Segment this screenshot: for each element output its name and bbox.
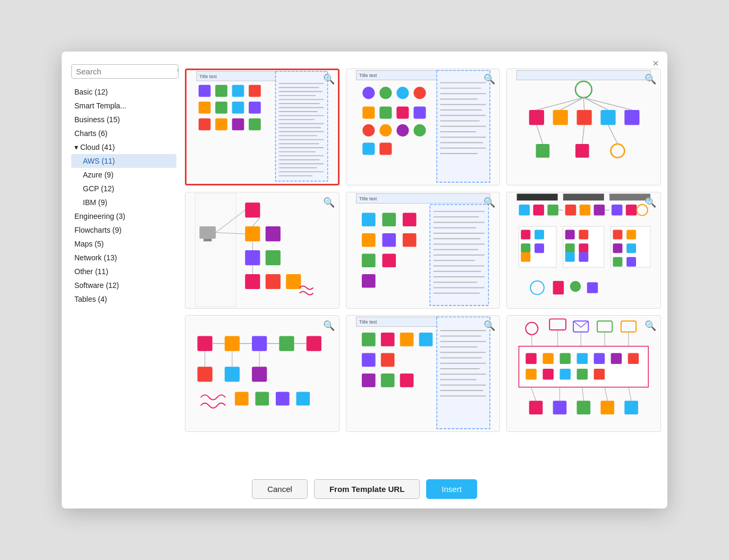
svg-line-101 (252, 217, 260, 226)
svg-rect-91 (245, 202, 260, 217)
svg-rect-170 (198, 336, 213, 351)
svg-rect-108 (382, 213, 396, 226)
svg-point-50 (362, 124, 375, 137)
svg-rect-153 (565, 230, 575, 240)
svg-line-81 (584, 98, 632, 110)
svg-rect-70 (517, 71, 650, 80)
svg-rect-112 (403, 233, 417, 247)
svg-rect-240 (601, 401, 615, 414)
svg-line-242 (531, 387, 536, 401)
svg-rect-74 (577, 110, 592, 125)
zoom-icon[interactable]: 🔍 (645, 320, 656, 332)
svg-rect-136 (533, 205, 545, 216)
sidebar-item-business[interactable]: Business (15) (71, 113, 176, 126)
svg-rect-133 (563, 194, 604, 201)
svg-rect-140 (594, 205, 605, 216)
zoom-icon[interactable]: 🔍 (645, 197, 656, 208)
svg-rect-174 (252, 336, 267, 351)
sidebar-item-software[interactable]: Software (12) (71, 278, 176, 292)
sidebar-item-flowcharts[interactable]: Flowcharts (9) (71, 223, 176, 237)
svg-rect-198 (362, 374, 376, 387)
svg-rect-200 (400, 374, 413, 387)
svg-rect-6 (249, 85, 261, 97)
sidebar-item-aws[interactable]: AWS (11) (71, 154, 176, 168)
zoom-icon[interactable]: 🔍 (323, 320, 335, 332)
svg-line-244 (582, 387, 584, 401)
svg-rect-114 (382, 253, 396, 267)
templates-grid: 🔍 Title text (183, 64, 663, 440)
svg-rect-224 (519, 346, 649, 387)
zoom-icon[interactable]: 🔍 (484, 320, 495, 332)
template-card[interactable]: 🔍 (185, 315, 340, 432)
svg-rect-237 (529, 401, 543, 414)
sidebar-item-cloud[interactable]: ▾ Cloud (41) (71, 140, 176, 154)
template-card[interactable]: 🔍 (185, 192, 340, 309)
svg-rect-137 (548, 205, 559, 216)
svg-rect-94 (245, 250, 260, 265)
svg-rect-241 (625, 401, 639, 414)
sidebar-item-engineering[interactable]: Engineering (3) (71, 209, 176, 223)
svg-line-78 (561, 98, 584, 110)
sidebar-item-basic[interactable]: Basic (12) (71, 85, 176, 99)
svg-rect-225 (526, 353, 537, 364)
svg-rect-180 (225, 367, 240, 381)
svg-rect-196 (362, 353, 376, 367)
dialog-body: 🔍 Basic (12)Smart Templa...Business (15)… (62, 52, 667, 472)
sidebar-item-ibm[interactable]: IBM (9) (71, 196, 176, 209)
zoom-icon[interactable]: 🔍 (323, 197, 335, 208)
svg-rect-188 (296, 392, 310, 406)
template-card[interactable]: 🔍 (506, 69, 661, 185)
cancel-button[interactable]: Cancel (252, 479, 308, 499)
zoom-icon[interactable]: 🔍 (484, 197, 495, 208)
template-card[interactable]: 🔍 Title text (346, 69, 501, 185)
search-input[interactable] (76, 67, 177, 76)
svg-rect-172 (225, 336, 240, 351)
insert-button[interactable]: Insert (426, 479, 477, 499)
svg-rect-236 (594, 369, 605, 380)
svg-rect-7 (199, 101, 211, 114)
svg-rect-239 (577, 401, 591, 414)
template-card[interactable]: 🔍 Title text (346, 192, 501, 309)
sidebar-item-azure[interactable]: Azure (9) (71, 168, 176, 182)
svg-rect-46 (362, 107, 375, 119)
svg-rect-238 (553, 401, 567, 414)
svg-rect-139 (580, 205, 591, 216)
sidebar-item-smart[interactable]: Smart Templa... (71, 99, 176, 113)
svg-rect-168 (570, 281, 581, 292)
sidebar-item-maps[interactable]: Maps (5) (71, 237, 176, 251)
zoom-icon[interactable]: 🔍 (484, 73, 495, 85)
template-card[interactable]: 🔍 Title text (185, 69, 340, 185)
svg-rect-4 (215, 85, 227, 97)
svg-rect-217 (597, 321, 612, 332)
template-card[interactable]: 🔍 Title text (346, 315, 501, 432)
card-content (507, 192, 660, 308)
svg-point-44 (396, 87, 409, 99)
svg-line-87 (608, 125, 618, 144)
template-card[interactable]: 🔍 (506, 192, 661, 309)
from-template-url-button[interactable]: From Template URL (314, 479, 420, 499)
svg-rect-111 (382, 233, 396, 247)
main-scroll: 🔍 Title text (183, 64, 667, 472)
svg-rect-90 (204, 239, 211, 241)
svg-point-166 (531, 281, 545, 295)
zoom-icon[interactable]: 🔍 (323, 73, 335, 85)
svg-rect-109 (403, 213, 417, 226)
sidebar-item-gcp[interactable]: GCP (12) (71, 182, 176, 196)
search-box[interactable]: 🔍 (71, 64, 179, 79)
svg-rect-151 (521, 252, 531, 262)
svg-rect-181 (252, 367, 267, 381)
sidebar-item-tables[interactable]: Tables (4) (71, 292, 176, 306)
zoom-icon[interactable]: 🔍 (645, 73, 656, 85)
svg-text:Title text: Title text (359, 196, 377, 201)
sidebar-item-network[interactable]: Network (13) (71, 251, 176, 265)
close-button[interactable]: × (652, 58, 659, 69)
template-card[interactable]: 🔍 (506, 315, 661, 432)
svg-rect-47 (379, 107, 392, 119)
sidebar: 🔍 Basic (12)Smart Templa...Business (15)… (62, 64, 179, 472)
svg-rect-13 (232, 118, 244, 131)
svg-point-45 (413, 87, 426, 99)
sidebar-item-charts[interactable]: Charts (6) (71, 126, 176, 140)
sidebar-item-other[interactable]: Other (11) (71, 265, 176, 278)
svg-rect-138 (565, 205, 577, 216)
svg-rect-88 (196, 194, 236, 307)
